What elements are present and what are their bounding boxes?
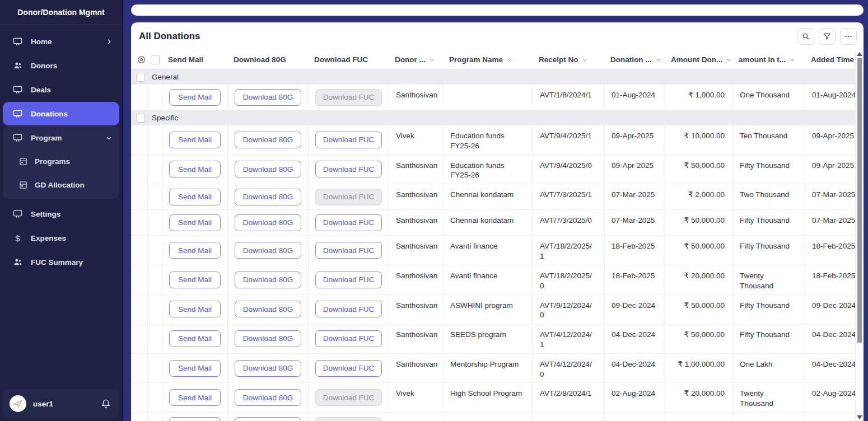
sidebar-item-fuc-summary[interactable]: FUC Summary <box>3 250 119 274</box>
scroll-up-arrow[interactable] <box>857 52 862 56</box>
amount-cell: ₹ 50,000.00 <box>665 236 733 265</box>
donation-date-cell: 09-Dec-2024 <box>605 295 665 324</box>
group-checkbox[interactable] <box>136 114 145 123</box>
download-80g-cell: Download 80G <box>228 184 309 209</box>
download-80g-button[interactable]: Download 80G <box>235 161 301 177</box>
column-visibility-icon[interactable] <box>134 50 148 69</box>
sidebar-item-program[interactable]: Program <box>3 126 119 149</box>
download-80g-button[interactable]: Download 80G <box>235 132 301 148</box>
monitor-icon <box>12 36 23 47</box>
download-fuc-button[interactable]: Download FUC <box>315 360 382 377</box>
sidebar-item-label: Settings <box>31 210 60 218</box>
select-all-checkbox[interactable] <box>151 55 160 64</box>
row-spacer-cell <box>134 354 148 383</box>
global-search-bar[interactable] <box>131 4 864 16</box>
row-spacer-cell <box>148 354 162 383</box>
donor-cell: Santhosivan <box>389 236 444 265</box>
send-mail-button[interactable]: Send Mail <box>169 242 221 259</box>
download-fuc-button[interactable]: Download FUC <box>315 389 382 406</box>
receipt-no-cell: AVT/18/2/2025/0 <box>533 265 605 294</box>
col-amount-donated[interactable]: Amount Don... <box>665 50 733 69</box>
download-80g-button[interactable]: Download 80G <box>235 389 301 406</box>
download-fuc-button[interactable]: Download FUC <box>315 272 382 288</box>
amount-cell: ₹ 2,000.00 <box>665 184 733 209</box>
avatar[interactable] <box>10 395 26 412</box>
row-spacer-cell <box>148 383 162 412</box>
col-donor[interactable]: Donor ... <box>389 50 444 69</box>
download-fuc-button[interactable]: Download FUC <box>315 189 382 205</box>
receipt-no-cell: AVT/9/4/2025/1 <box>533 125 605 155</box>
sidebar-item-donations[interactable]: Donations <box>3 102 119 125</box>
download-80g-cell: Download 80G <box>228 265 309 294</box>
search-button[interactable] <box>797 28 814 45</box>
download-fuc-button[interactable]: Download FUC <box>315 214 382 231</box>
filter-button[interactable] <box>819 28 836 45</box>
send-mail-button[interactable]: Send Mail <box>169 189 221 205</box>
download-fuc-cell: Download FUC <box>309 236 389 265</box>
send-mail-button[interactable]: Send Mail <box>169 330 221 347</box>
download-80g-button[interactable]: Download 80G <box>235 242 301 259</box>
row-spacer-cell <box>148 265 162 294</box>
download-80g-button[interactable]: Download 80G <box>235 214 301 231</box>
chevron-down-icon[interactable] <box>105 134 113 142</box>
amount-cell: ₹ 50,000.00 <box>665 324 733 353</box>
download-80g-button[interactable]: Download 80G <box>235 360 301 377</box>
download-80g-button[interactable]: Download 80G <box>235 89 301 106</box>
table-body: GeneralSend MailDownload 80GDownload FUC… <box>131 69 864 421</box>
download-80g-button[interactable]: Download 80G <box>235 189 301 205</box>
col-receipt-no[interactable]: Receipt No <box>533 50 605 69</box>
table-row: Send MailDownload 80GDownload FUCSanthos… <box>131 184 864 210</box>
col-donation-date[interactable]: Donation ... <box>605 50 665 69</box>
group-label: General <box>152 73 179 81</box>
download-fuc-button[interactable]: Download FUC <box>315 242 382 259</box>
send-mail-button[interactable]: Send Mail <box>169 417 221 421</box>
row-spacer-cell <box>148 236 162 265</box>
sidebar-item-deals[interactable]: Deals <box>3 78 119 101</box>
download-fuc-button[interactable]: Download FUC <box>315 89 382 106</box>
vertical-scrollbar[interactable] <box>855 50 864 421</box>
amount-words-cell: One Thousand <box>733 85 805 110</box>
sidebar-item-expenses[interactable]: $ Expenses <box>3 226 119 250</box>
row-spacer-cell <box>134 125 148 155</box>
table-row: Send MailDownload 80GDownload FUCSanthos… <box>131 295 864 325</box>
sidebar-item-home[interactable]: Home <box>3 30 119 53</box>
sidebar-footer: user1 <box>3 389 119 418</box>
amount-words-cell: Two Thousand <box>733 184 805 209</box>
table-row: Send MailDownload 80GDownload FUC <box>131 413 864 421</box>
send-mail-button[interactable]: Send Mail <box>169 214 221 231</box>
send-mail-button[interactable]: Send Mail <box>169 161 221 177</box>
donor-cell <box>389 413 444 421</box>
send-mail-button[interactable]: Send Mail <box>169 389 221 406</box>
sidebar-item-gd-allocation[interactable]: GD Allocation <box>3 173 119 197</box>
scroll-down-arrow[interactable] <box>857 415 862 419</box>
amount-cell: ₹ 1,000.00 <box>665 85 733 110</box>
send-mail-button[interactable]: Send Mail <box>169 89 221 106</box>
send-mail-button[interactable]: Send Mail <box>169 272 221 288</box>
group-checkbox[interactable] <box>136 73 145 82</box>
send-mail-button[interactable]: Send Mail <box>169 360 221 377</box>
col-amount-in-words[interactable]: amount in t... <box>733 50 805 69</box>
sidebar-item-settings[interactable]: Settings <box>3 202 119 226</box>
bell-icon[interactable] <box>100 398 111 409</box>
send-mail-button[interactable]: Send Mail <box>169 132 221 148</box>
sidebar-item-programs[interactable]: Programs <box>3 149 119 173</box>
download-80g-button[interactable]: Download 80G <box>235 272 301 288</box>
download-fuc-button[interactable]: Download FUC <box>315 301 382 317</box>
col-program-name[interactable]: Program Name <box>444 50 533 69</box>
amount-cell: ₹ 20,000.00 <box>665 383 733 412</box>
download-80g-button[interactable]: Download 80G <box>235 301 301 317</box>
download-fuc-button[interactable]: Download FUC <box>315 132 382 148</box>
group-row: General <box>131 69 864 85</box>
download-fuc-button[interactable]: Download FUC <box>315 417 382 421</box>
download-80g-button[interactable]: Download 80G <box>235 417 301 421</box>
chevron-right-icon[interactable] <box>105 38 113 45</box>
download-fuc-button[interactable]: Download FUC <box>315 330 382 347</box>
download-80g-button[interactable]: Download 80G <box>235 330 301 347</box>
more-button[interactable] <box>840 28 857 45</box>
download-fuc-button[interactable]: Download FUC <box>315 161 382 177</box>
receipt-no-cell: AVT/1/8/2024/1 <box>533 85 605 110</box>
scrollbar-thumb[interactable] <box>857 58 862 343</box>
send-mail-button[interactable]: Send Mail <box>169 301 221 317</box>
amount-words-cell <box>733 413 805 421</box>
sidebar-item-donors[interactable]: Donors <box>3 54 119 77</box>
